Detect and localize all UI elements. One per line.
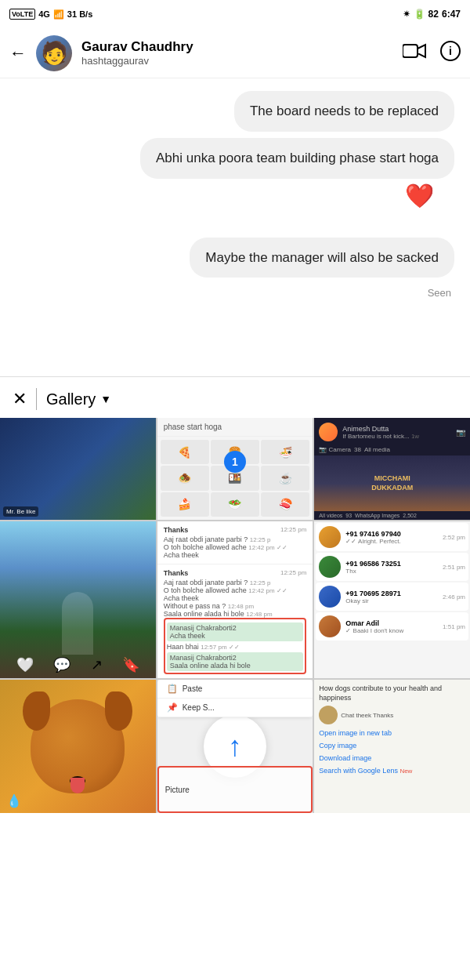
gallery-title[interactable]: Gallery ▼ (46, 390, 111, 408)
message-2: Abhi unka poora team building phase star… (140, 138, 454, 179)
status-left: VoLTE 4G 📶 31 B/s (9, 9, 92, 20)
save-icon: 🔖 (122, 656, 139, 673)
copy-image-option[interactable]: Copy image (319, 740, 465, 751)
water-drop-icon: 💧 (6, 793, 22, 808)
dog-image (31, 699, 125, 793)
health-contact: Chat theek Thanks (319, 704, 465, 726)
gallery-item-6[interactable]: +91 97416 97940 ✓✓ Alright. Perfect. 2:5… (314, 521, 470, 678)
status-right: ✴ 🔋 82 6:47 (403, 9, 461, 20)
share-icon: ↗ (91, 656, 103, 673)
svg-rect-0 (403, 45, 418, 57)
gallery-item-8[interactable]: 📋 Paste 📌 Keep S... ↑ Picture (157, 680, 313, 813)
download-image-option[interactable]: Download image (319, 753, 465, 764)
video-call-button[interactable] (403, 42, 426, 64)
contact-entry-3: +91 70695 28971 Okay sir 2:46 pm (316, 583, 468, 611)
avatar: 🧑 (36, 35, 72, 71)
back-button[interactable]: ← (9, 43, 27, 64)
contact-entry-1: +91 97416 97940 ✓✓ Alright. Perfect. 2:5… (316, 523, 468, 551)
info-button[interactable]: i (440, 41, 461, 66)
chat-mini-1: Thanks 12:25 pm Aaj raat obdi janate par… (157, 521, 313, 564)
comment-icon: 💬 (53, 656, 70, 673)
header-icons: i (403, 41, 461, 66)
context-keep[interactable]: 📌 Keep S... (157, 699, 313, 717)
gallery-header: ✕ Gallery ▼ (0, 376, 470, 418)
google-lens-option[interactable]: Search with Google Lens New (319, 765, 465, 776)
gallery-item-5[interactable]: Thanks 12:25 pm Aaj raat obdi janate par… (157, 521, 313, 678)
gallery-divider (36, 388, 37, 410)
bluetooth-icon: ✴ (403, 9, 410, 20)
network-type: 4G (38, 9, 50, 19)
battery-icon: 🔋 (414, 9, 425, 20)
gallery-item-2[interactable]: phase start hoga 🍕 🍔 🍜 🧆 🍱 ☕ 🍰 🥗 🍣 1 (157, 418, 313, 520)
contact-entry-4: Omar Adil ✓ Baaki I don't know 1:51 pm (316, 612, 468, 641)
chat-area: The board needs to be replaced Abhi unka… (0, 78, 470, 376)
gallery-item-3[interactable]: Animesh Dutta If Bartomeu is not kick...… (314, 418, 470, 520)
contact-entry-2: +91 96586 73251 Thx 2:51 pm (316, 553, 468, 581)
battery-level: 82 (428, 9, 439, 20)
svg-text:i: i (449, 45, 452, 57)
signal-icon: 📶 (53, 9, 64, 20)
status-bar: VoLTE 4G 📶 31 B/s ✴ 🔋 82 6:47 (0, 0, 470, 28)
chat-mini-2: Thanks 12:25 pm Aaj raat obdi janate par… (157, 564, 313, 678)
gallery-grid: Mr. Be like phase start hoga 🍕 🍔 🍜 🧆 🍱 ☕… (0, 418, 470, 813)
notification-badge: 1 (224, 451, 246, 473)
picture-context-item: Picture (157, 766, 313, 813)
gallery-item-1[interactable]: Mr. Be like (0, 418, 156, 520)
time-display: 6:47 (442, 9, 461, 20)
seen-label: Seen (428, 287, 451, 299)
contact-info: Gaurav Chaudhry hashtaggaurav (81, 39, 393, 67)
context-menu: 📋 Paste 📌 Keep S... (157, 680, 313, 717)
health-article-title: How dogs contribute to your health and h… (319, 684, 465, 702)
heart-reaction: ❤️ (405, 182, 434, 209)
gallery-chevron-icon: ▼ (100, 393, 111, 405)
gallery-item-4[interactable]: 🤍 💬 ↗ 🔖 (0, 521, 156, 678)
speed: 31 B/s (67, 9, 92, 19)
chat-header: ← 🧑 Gaurav Chaudhry hashtaggaurav i (0, 28, 470, 78)
volte-badge: VoLTE (9, 9, 35, 20)
context-paste[interactable]: 📋 Paste (157, 680, 313, 699)
open-new-tab-option[interactable]: Open image in new tab (319, 728, 465, 739)
gallery-item-9[interactable]: How dogs contribute to your health and h… (314, 680, 470, 813)
contact-name: Gaurav Chaudhry (81, 39, 393, 55)
message-1: The board needs to be replaced (234, 91, 454, 132)
like-icon: 🤍 (16, 656, 34, 673)
gallery-item-7[interactable]: 💧 (0, 680, 156, 813)
upload-arrow-icon: ↑ (228, 730, 242, 763)
contact-handle: hashtaggaurav (81, 55, 393, 67)
message-4: Maybe the manager will also be sacked (190, 238, 454, 278)
gallery-close-button[interactable]: ✕ (13, 389, 27, 409)
